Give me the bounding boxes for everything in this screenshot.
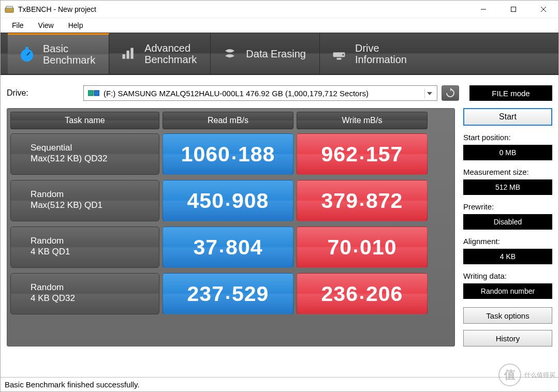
chevron-down-icon	[424, 89, 434, 98]
task-options-button[interactable]: Task options	[463, 307, 552, 324]
prewrite-label: Prewrite:	[463, 202, 552, 211]
menubar: File View Help	[1, 18, 558, 33]
tab-label-line2: Benchmark	[43, 54, 95, 66]
write-value: 70.010	[297, 227, 428, 268]
read-value: 237.529	[163, 273, 293, 314]
prewrite-value[interactable]: Disabled	[463, 214, 552, 230]
maximize-button[interactable]	[498, 1, 528, 18]
window-title: TxBENCH - New project	[18, 5, 468, 13]
svg-point-13	[342, 54, 344, 56]
task-cell: SequentialMax(512 KB) QD32	[10, 133, 159, 175]
svg-rect-11	[131, 48, 134, 58]
drive-label: Drive:	[7, 88, 79, 98]
start-position-label: Start position:	[463, 133, 552, 142]
writing-data-label: Writing data:	[463, 272, 552, 280]
watermark-icon: 值	[498, 364, 521, 386]
measurement-size-value[interactable]: 512 MB	[463, 179, 552, 195]
write-value: 236.206	[297, 273, 428, 314]
refresh-icon	[445, 88, 455, 98]
svg-rect-1	[6, 6, 12, 8]
app-icon	[5, 5, 14, 14]
write-value: 379.872	[297, 180, 428, 221]
tab-data-erasing[interactable]: Data Erasing	[211, 33, 320, 74]
read-value: 1060.188	[163, 133, 293, 175]
svg-rect-7	[25, 47, 28, 49]
measurement-size-label: Measurement size:	[463, 168, 552, 176]
tab-label-line1: Basic	[43, 43, 95, 54]
svg-rect-10	[127, 50, 129, 58]
minimize-button[interactable]	[468, 1, 498, 18]
start-position-value[interactable]: 0 MB	[463, 145, 552, 160]
benchmark-results: Task name Read mB/s Write mB/s Sequentia…	[7, 108, 455, 346]
watermark-text: 什么值得买	[524, 371, 555, 380]
sidebar: Start Start position: 0 MB Measurement s…	[463, 108, 552, 346]
result-row: Random4 KB QD1 37.804 70.010	[10, 227, 451, 268]
svg-rect-3	[511, 7, 516, 11]
menu-help[interactable]: Help	[61, 19, 91, 32]
menu-view[interactable]: View	[31, 19, 61, 32]
tab-basic-benchmark[interactable]: BasicBenchmark	[8, 33, 109, 74]
result-row: Random4 KB QD32 237.529 236.206	[10, 273, 451, 314]
read-value: 37.804	[163, 227, 293, 268]
stopwatch-icon	[18, 46, 36, 63]
history-button[interactable]: History	[463, 330, 552, 346]
erase-icon	[221, 45, 239, 63]
refresh-button[interactable]	[442, 85, 459, 101]
watermark: 值 什么值得买	[498, 364, 555, 386]
svg-rect-9	[123, 54, 125, 58]
header-task: Task name	[10, 112, 159, 129]
header-write: Write mB/s	[297, 112, 428, 129]
read-value: 450.908	[163, 180, 293, 221]
bars-icon	[120, 45, 137, 63]
svg-rect-16	[94, 91, 99, 96]
svg-rect-15	[88, 91, 93, 96]
alignment-label: Alignment:	[463, 237, 552, 246]
drive-icon	[330, 45, 348, 63]
menu-file[interactable]: File	[5, 19, 31, 32]
svg-rect-14	[337, 57, 342, 59]
start-button[interactable]: Start	[463, 108, 552, 126]
tabstrip: BasicBenchmark AdvancedBenchmark Data Er…	[1, 33, 558, 75]
task-cell: Random4 KB QD1	[10, 227, 159, 268]
alignment-value[interactable]: 4 KB	[463, 249, 552, 264]
titlebar: TxBENCH - New project	[1, 1, 558, 18]
disk-icon	[88, 89, 99, 97]
drive-select[interactable]: (F:) SAMSUNG MZALQ512HALU-000L1 476.92 G…	[83, 85, 437, 101]
writing-data-value[interactable]: Random number	[463, 283, 552, 299]
tab-drive-information[interactable]: DriveInformation	[320, 33, 420, 74]
result-row: RandomMax(512 KB) QD1 450.908 379.872	[10, 180, 451, 221]
task-cell: Random4 KB QD32	[10, 273, 159, 314]
write-value: 962.157	[297, 133, 428, 175]
status-bar: Basic Benchmark finished successfully.	[1, 377, 558, 391]
task-cell: RandomMax(512 KB) QD1	[10, 180, 159, 221]
status-text: Basic Benchmark finished successfully.	[5, 380, 140, 389]
drive-selected-text: (F:) SAMSUNG MZALQ512HALU-000L1 476.92 G…	[104, 89, 369, 98]
header-read: Read mB/s	[163, 112, 293, 129]
result-row: SequentialMax(512 KB) QD32 1060.188 962.…	[10, 133, 451, 175]
close-button[interactable]	[528, 1, 558, 18]
tab-advanced-benchmark[interactable]: AdvancedBenchmark	[109, 33, 211, 74]
file-mode-button[interactable]: FILE mode	[469, 85, 552, 101]
